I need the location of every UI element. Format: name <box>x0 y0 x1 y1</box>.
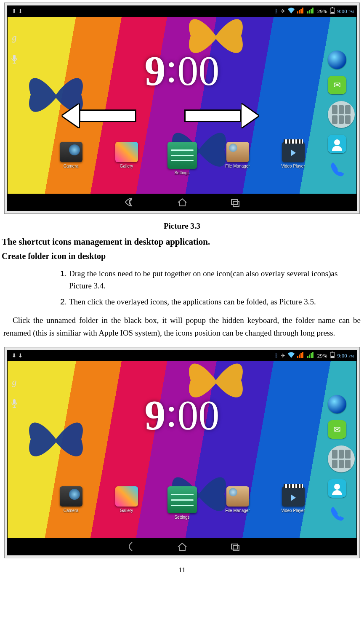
messaging-icon[interactable]: ✉ <box>328 76 346 94</box>
wifi-icon <box>288 352 295 360</box>
app-settings[interactable]: Settings <box>163 142 201 175</box>
signal-2-icon <box>307 352 314 360</box>
left-widget-strip: g <box>8 29 21 67</box>
svg-rect-10 <box>231 544 237 549</box>
app-gallery[interactable]: Gallery <box>108 486 146 520</box>
clock-mins: 00 <box>177 391 219 439</box>
app-file-manager[interactable]: File Manager <box>219 142 257 175</box>
app-dock: Camera Gallery Settings File Manager Vid… <box>8 486 356 520</box>
app-gallery[interactable]: Gallery <box>108 142 146 175</box>
instruction-item: Drag the icons need to be put together o… <box>69 268 359 292</box>
browser-icon[interactable] <box>328 395 346 413</box>
back-icon[interactable] <box>124 541 135 552</box>
screenshot-picture-3-3: ⬇ ⬇ ᛒ ✈ 29% 9:00 PM <box>4 3 360 214</box>
status-time: 9:00 PM <box>337 352 354 359</box>
clock-widget[interactable]: 9:00 <box>145 391 220 439</box>
clock-mins: 00 <box>177 46 219 95</box>
svg-rect-8 <box>331 356 334 358</box>
clock-hours: 9 <box>145 46 166 95</box>
battery-icon <box>330 7 335 16</box>
left-widget-strip: g <box>8 374 21 412</box>
subsection-heading: Create folder icon in desktop <box>2 251 362 261</box>
battery-percent: 29% <box>317 8 327 15</box>
body-paragraph: Click the unnamed folder in the black bo… <box>3 314 361 340</box>
wifi-icon <box>288 8 295 15</box>
status-bar: ⬇ ⬇ ᛒ ✈ 29% 9:00 PM <box>8 6 356 17</box>
voice-search-icon[interactable] <box>9 399 19 409</box>
home-screen[interactable]: g 9:00 ✉ Camera Gallery <box>8 17 356 194</box>
home-icon[interactable] <box>177 197 188 208</box>
tablet-frame: ⬇ ⬇ ᛒ ✈ 29% 9:00 PM <box>7 350 357 555</box>
document-page: ⬇ ⬇ ᛒ ✈ 29% 9:00 PM <box>0 3 364 574</box>
bluetooth-icon: ᛒ <box>275 8 278 15</box>
voice-search-icon[interactable] <box>9 55 19 65</box>
instruction-list: Drag the icons need to be put together o… <box>2 268 362 308</box>
page-number: 11 <box>0 566 364 574</box>
swipe-left-arrow <box>62 107 136 124</box>
app-drawer-icon[interactable] <box>328 445 355 472</box>
bluetooth-icon: ᛒ <box>275 352 278 359</box>
battery-icon <box>330 352 335 360</box>
home-icon[interactable] <box>177 541 188 552</box>
download-icon: ⬇ <box>12 8 16 15</box>
google-search-icon[interactable]: g <box>9 376 19 387</box>
status-time: 9:00 PM <box>337 8 354 15</box>
app-camera[interactable]: Camera <box>52 486 90 520</box>
status-bar: ⬇ ⬇ ᛒ ✈ 29% 9:00 PM <box>8 350 356 361</box>
app-video-player[interactable]: Video Player <box>274 142 312 175</box>
download-icon: ⬇ <box>12 352 16 359</box>
navigation-bar <box>8 194 356 211</box>
app-dock: Camera Gallery Settings File Manager Vid… <box>8 142 356 175</box>
download-icon: ⬇ <box>18 352 23 359</box>
app-settings[interactable]: Settings <box>163 486 201 520</box>
google-search-icon[interactable]: g <box>9 32 19 42</box>
svg-rect-2 <box>331 12 334 13</box>
tablet-frame: ⬇ ⬇ ᛒ ✈ 29% 9:00 PM <box>7 5 357 211</box>
signal-1-icon <box>297 352 304 360</box>
signal-2-icon <box>307 8 314 15</box>
figure-caption: Picture 3.3 <box>0 221 364 231</box>
recent-apps-icon[interactable] <box>230 541 241 552</box>
svg-rect-11 <box>233 546 239 551</box>
section-heading: The shortcut icons management in desktop… <box>2 237 362 247</box>
svg-rect-5 <box>233 201 239 206</box>
airplane-icon: ✈ <box>281 8 285 15</box>
svg-rect-9 <box>13 399 16 404</box>
battery-percent: 29% <box>317 352 327 359</box>
home-screen[interactable]: g 9:00 ✉ Camera Gallery <box>8 361 356 538</box>
app-video-player[interactable]: Video Player <box>274 486 312 520</box>
clock-hours: 9 <box>145 391 166 439</box>
signal-1-icon <box>297 8 304 15</box>
svg-rect-3 <box>13 55 16 60</box>
swipe-right-arrow <box>184 107 258 124</box>
app-drawer-icon[interactable] <box>328 101 355 128</box>
download-icon: ⬇ <box>18 8 23 15</box>
screenshot-picture-3-4: ⬇ ⬇ ᛒ ✈ 29% 9:00 PM <box>4 347 360 558</box>
navigation-bar <box>8 538 356 555</box>
app-camera[interactable]: Camera <box>52 142 90 175</box>
instruction-item: Then click the overlayed icons, the appl… <box>69 296 359 308</box>
back-icon[interactable] <box>124 197 135 208</box>
messaging-icon[interactable]: ✉ <box>328 420 346 439</box>
clock-widget[interactable]: 9:00 <box>145 46 220 95</box>
recent-apps-icon[interactable] <box>230 197 241 208</box>
airplane-icon: ✈ <box>281 352 285 359</box>
browser-icon[interactable] <box>328 51 346 69</box>
svg-rect-4 <box>231 200 237 205</box>
app-file-manager[interactable]: File Manager <box>219 486 257 520</box>
